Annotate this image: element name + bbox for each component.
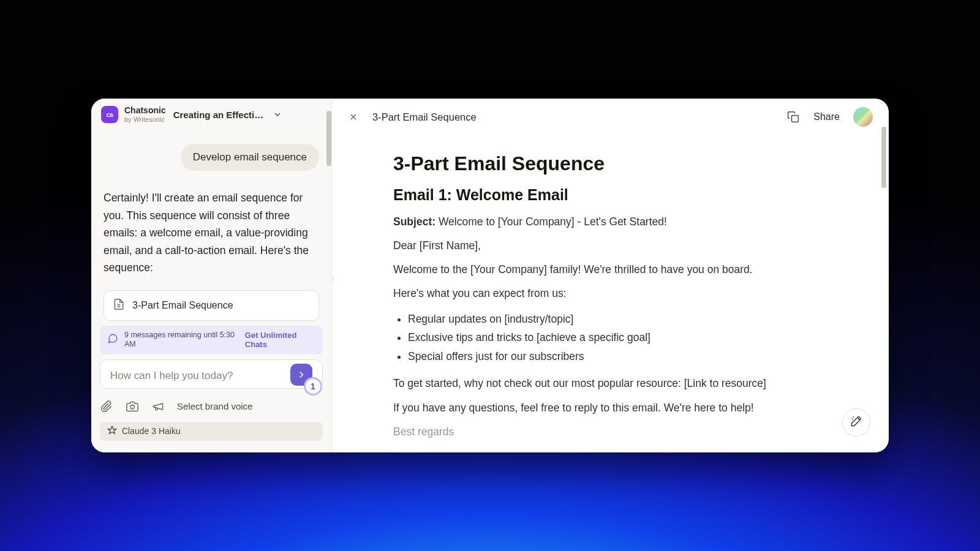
camera-icon[interactable] <box>126 400 139 413</box>
magic-edit-fab[interactable] <box>842 408 870 437</box>
composer: 1 <box>100 359 323 389</box>
megaphone-icon[interactable] <box>151 400 165 413</box>
greeting: Dear [First Name], <box>393 238 835 254</box>
list-item: Exclusive tips and tricks to [achieve a … <box>408 328 835 347</box>
subject-value: Welcome to [Your Company] - Let's Get St… <box>439 216 667 228</box>
user-avatar[interactable] <box>853 107 873 127</box>
message-input[interactable] <box>110 370 312 382</box>
app-logo: cs <box>101 106 118 123</box>
svg-point-2 <box>130 405 135 409</box>
document-body: 3-Part Email Sequence Email 1: Welcome E… <box>332 135 889 448</box>
signoff: Best regards <box>393 424 835 440</box>
intro-paragraph: Welcome to the [Your Company] family! We… <box>393 261 835 278</box>
subject-line: Subject: Welcome to [Your Company] - Let… <box>393 214 835 230</box>
notification-badge[interactable]: 1 <box>304 377 322 395</box>
user-message: Develop email sequence <box>181 144 319 171</box>
generated-document-title: 3-Part Email Sequence <box>132 300 233 311</box>
chat-panel: cs Chatsonic by Writesonic Creating an E… <box>91 99 332 452</box>
list-item: Special offers just for our subscribers <box>408 347 835 366</box>
quota-text: 9 messages remaining until 5:30 AM <box>124 331 239 350</box>
app-title-block: Chatsonic by Writesonic <box>124 106 166 122</box>
document-icon <box>113 298 125 313</box>
share-button[interactable]: Share <box>813 111 840 122</box>
brand-voice-selector[interactable]: Select brand voice <box>177 401 252 411</box>
app-name: Chatsonic <box>124 106 166 115</box>
model-label: Claude 3 Haiku <box>122 426 181 436</box>
expectations-list: Regular updates on [industry/topic] Excl… <box>408 310 835 366</box>
attach-icon[interactable] <box>100 400 113 413</box>
magic-wand-icon <box>850 415 862 430</box>
subject-label: Subject: <box>393 216 435 228</box>
quota-banner: 9 messages remaining until 5:30 AM Get U… <box>100 326 323 354</box>
help-paragraph: If you have any questions, feel free to … <box>393 400 835 416</box>
document-header: 3-Part Email Sequence Share <box>332 99 889 135</box>
app-byline: by Writesonic <box>124 116 166 123</box>
chat-bubble-icon <box>107 333 118 347</box>
close-panel-button[interactable] <box>348 111 359 122</box>
upgrade-link[interactable]: Get Unlimited Chats <box>245 331 315 349</box>
cta-paragraph: To get started, why not check out our mo… <box>393 375 835 392</box>
send-area: 1 <box>290 364 318 392</box>
svg-rect-5 <box>792 116 799 122</box>
assistant-message: Certainly! I'll create an email sequence… <box>104 189 319 277</box>
generated-document-card[interactable]: 3-Part Email Sequence <box>104 290 319 321</box>
email-1-heading: Email 1: Welcome Email <box>393 186 835 204</box>
chat-header: cs Chatsonic by Writesonic Creating an E… <box>91 99 331 128</box>
thread-dropdown-icon[interactable] <box>271 108 284 121</box>
copy-button[interactable] <box>786 110 800 124</box>
doc-title: 3-Part Email Sequence <box>393 152 835 175</box>
thread-title[interactable]: Creating an Effective Email S <box>173 110 265 120</box>
model-selector[interactable]: Claude 3 Haiku <box>100 422 323 441</box>
document-panel: 3-Part Email Sequence Share 3-Part Email… <box>332 99 889 452</box>
composer-toolbar: Select brand voice <box>100 400 323 413</box>
list-item: Regular updates on [industry/topic] <box>408 310 835 329</box>
app-window: cs Chatsonic by Writesonic Creating an E… <box>91 99 889 452</box>
scrollbar[interactable] <box>326 111 331 166</box>
scrollbar[interactable] <box>881 127 886 188</box>
model-icon <box>107 425 117 437</box>
expect-intro: Here's what you can expect from us: <box>393 285 835 302</box>
document-header-title: 3-Part Email Sequence <box>372 111 477 123</box>
